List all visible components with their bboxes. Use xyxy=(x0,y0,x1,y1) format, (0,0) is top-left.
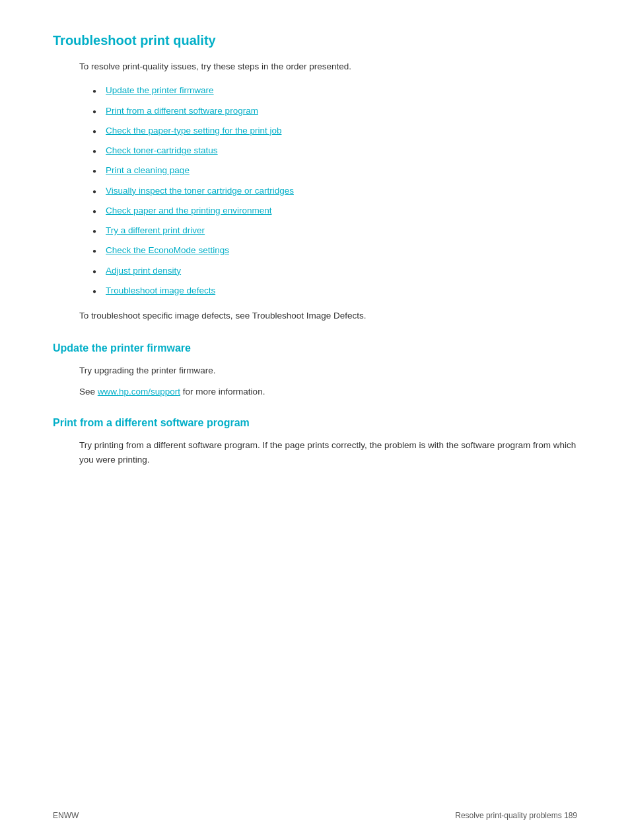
link-visually-inspect[interactable]: Visually inspect the toner cartridge or … xyxy=(106,184,294,198)
list-item: Update the printer firmware xyxy=(92,84,577,97)
list-item: Troubleshoot image defects xyxy=(92,284,577,297)
list-item: Visually inspect the toner cartridge or … xyxy=(92,184,577,198)
hp-support-link[interactable]: www.hp.com/support xyxy=(98,387,180,397)
subsection-different-software: Print from a different software program … xyxy=(53,417,577,467)
link-different-driver[interactable]: Try a different print driver xyxy=(106,224,205,237)
subsection-body-firmware: Try upgrading the printer firmware. See … xyxy=(53,363,577,399)
list-item: Print a cleaning page xyxy=(92,164,577,177)
link-image-defects[interactable]: Troubleshoot image defects xyxy=(106,284,215,297)
note-text: To troubleshoot specific image defects, … xyxy=(79,309,577,323)
link-economode[interactable]: Check the EconoMode settings xyxy=(106,244,229,257)
subsection-title-software: Print from a different software program xyxy=(53,417,577,429)
list-item: Check the paper-type setting for the pri… xyxy=(92,124,577,137)
link-cleaning-page[interactable]: Print a cleaning page xyxy=(106,164,190,177)
link-different-software[interactable]: Print from a different software program xyxy=(106,104,258,118)
software-para-1: Try printing from a different software p… xyxy=(79,438,577,467)
page-content: Troubleshoot print quality To resolve pr… xyxy=(0,0,630,539)
subsection-update-firmware: Update the printer firmware Try upgradin… xyxy=(53,342,577,399)
list-item: Print from a different software program xyxy=(92,104,577,118)
list-item: Check the EconoMode settings xyxy=(92,244,577,257)
page-footer: ENWW Resolve print-quality problems 189 xyxy=(53,811,577,820)
list-item: Check paper and the printing environment xyxy=(92,204,577,217)
page-main-title: Troubleshoot print quality xyxy=(53,33,577,48)
footer-right: Resolve print-quality problems 189 xyxy=(455,811,577,820)
main-section: To resolve print-quality issues, try the… xyxy=(53,60,577,323)
link-update-firmware[interactable]: Update the printer firmware xyxy=(106,84,214,97)
firmware-para-1: Try upgrading the printer firmware. xyxy=(79,363,577,378)
link-check-paper[interactable]: Check paper and the printing environment xyxy=(106,204,271,217)
subsection-body-software: Try printing from a different software p… xyxy=(53,438,577,467)
list-item: Adjust print density xyxy=(92,264,577,278)
link-cartridge-status[interactable]: Check toner-cartridge status xyxy=(106,144,218,157)
link-paper-type[interactable]: Check the paper-type setting for the pri… xyxy=(106,124,281,137)
list-item: Try a different print driver xyxy=(92,224,577,237)
bullet-list: Update the printer firmware Print from a… xyxy=(79,84,577,297)
subsection-title-firmware: Update the printer firmware xyxy=(53,342,577,354)
list-item: Check toner-cartridge status xyxy=(92,144,577,157)
footer-left: ENWW xyxy=(53,811,79,820)
firmware-para-2: See www.hp.com/support for more informat… xyxy=(79,385,577,399)
link-print-density[interactable]: Adjust print density xyxy=(106,264,181,278)
intro-text: To resolve print-quality issues, try the… xyxy=(79,60,577,73)
